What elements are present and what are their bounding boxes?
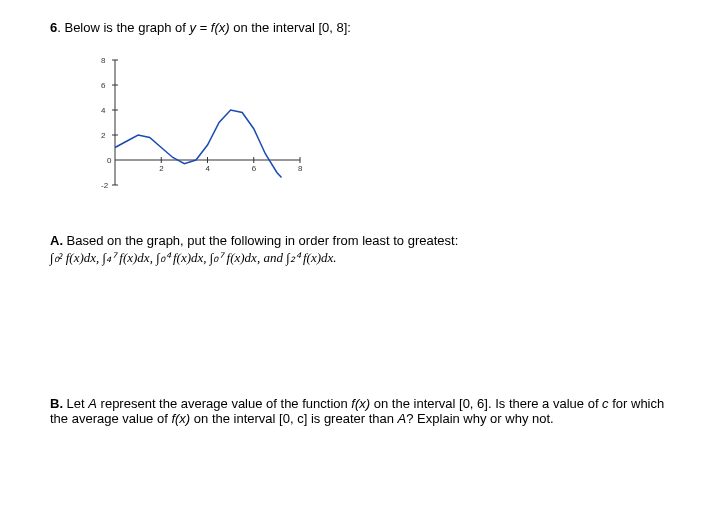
part-a-label: A. [50,233,63,248]
prompt-equation: y = f(x) [189,20,229,35]
svg-text:4: 4 [101,106,106,115]
graph: 2468-202468 [90,50,665,203]
svg-text:6: 6 [252,164,257,173]
part-b-label: B. [50,396,63,411]
part-b-mid4: on the interval [0, c] is greater than [190,411,397,426]
part-b-fx2: f(x) [171,411,190,426]
problem-statement: 6. Below is the graph of y = f(x) on the… [50,20,665,35]
part-b-mid1: represent the average value of the funct… [97,396,351,411]
prompt-prefix: . Below is the graph of [57,20,189,35]
spacer [50,266,665,376]
part-b-fx1: f(x) [351,396,370,411]
part-b-var-a: A [88,396,97,411]
svg-text:0: 0 [107,156,112,165]
svg-text:8: 8 [101,56,106,65]
svg-text:2: 2 [159,164,164,173]
svg-text:4: 4 [206,164,211,173]
part-a-integrals: ∫₀² f(x)dx, ∫₄⁷ f(x)dx, ∫₀⁴ f(x)dx, ∫₀⁷ … [50,250,665,266]
svg-text:-2: -2 [101,181,109,190]
svg-text:6: 6 [101,81,106,90]
part-b-var-a2: A [398,411,407,426]
part-b: B. Let A represent the average value of … [50,396,665,426]
part-b-mid2: on the interval [0, 6]. Is there a value… [370,396,602,411]
part-b-before: Let [63,396,88,411]
svg-text:2: 2 [101,131,106,140]
prompt-suffix: on the interval [0, 8]: [230,20,351,35]
part-a: A. Based on the graph, put the following… [50,233,665,266]
part-a-text: Based on the graph, put the following in… [63,233,458,248]
part-b-end: ? Explain why or why not. [406,411,553,426]
svg-text:8: 8 [298,164,303,173]
